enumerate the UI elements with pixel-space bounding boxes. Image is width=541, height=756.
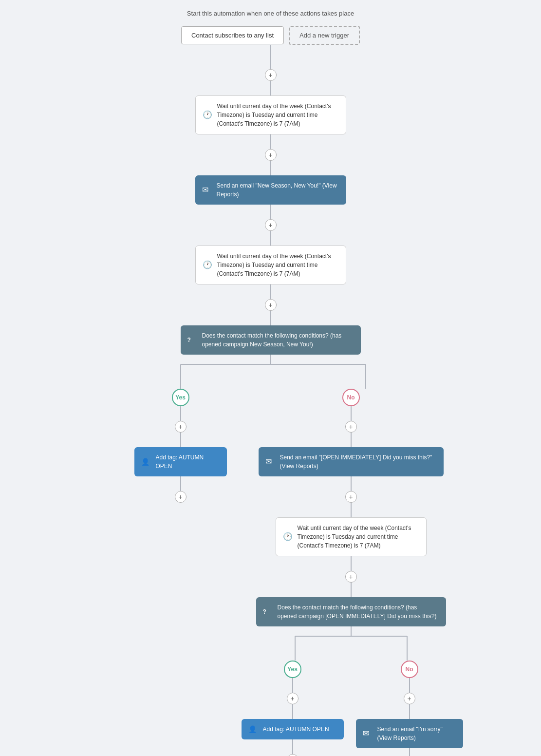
plus-btn-no-1c[interactable]: +	[345, 571, 357, 583]
connector-v-4	[270, 205, 271, 219]
email-block-2[interactable]: ✉ Send an email "[OPEN IMMEDIATELY] Did …	[259, 447, 444, 476]
yes-badge-1: Yes	[172, 389, 189, 406]
clock-icon-1: 🕐	[203, 109, 212, 121]
email-icon-2: ✉	[265, 456, 272, 468]
connector-v-7	[270, 311, 271, 325]
plus-btn-no-1b[interactable]: +	[345, 491, 357, 503]
connector-no-1f	[351, 583, 352, 597]
no-badge-2: No	[401, 661, 418, 678]
tag-block-1[interactable]: 👤 Add tag: AUTUMN OPEN	[134, 447, 227, 476]
automation-canvas: Start this automation when one of these …	[0, 0, 541, 756]
question-icon-2: ?	[263, 607, 266, 616]
add-trigger-button[interactable]: Add a new trigger	[289, 26, 360, 45]
connector-no-2c	[409, 748, 410, 756]
plus-button-1[interactable]: +	[265, 69, 277, 81]
clock-icon-3: 🕐	[283, 531, 293, 543]
wait-block-1[interactable]: 🕐 Wait until current day of the week (Co…	[195, 95, 346, 134]
sub-branch-no-2: No + ✉ Send an email "I'm sorry" (View R…	[356, 661, 463, 756]
wait-block-3[interactable]: 🕐 Wait until current day of the week (Co…	[276, 517, 427, 556]
connector-yes-1c	[180, 476, 181, 491]
plus-btn-yes-2[interactable]: +	[287, 693, 298, 704]
branch-svg-area-2	[239, 626, 463, 661]
connector-no-1	[351, 406, 352, 421]
email-block-1[interactable]: ✉ Send an email "New Season, New You!" (…	[195, 175, 346, 205]
connector-v-3	[270, 161, 271, 175]
connector-v-6	[270, 284, 271, 299]
clock-icon-2: 🕐	[203, 259, 212, 271]
sub-branch-row-1: Yes + 👤 Add tag: AUTUMN OPEN + No +	[239, 661, 463, 756]
branch-yes-1: Yes + 👤 Add tag: AUTUMN OPEN +	[100, 389, 261, 503]
branch-yes-no-row-1: Yes + 👤 Add tag: AUTUMN OPEN + No + ✉ Se…	[100, 389, 441, 756]
page-title: Start this automation when one of these …	[187, 10, 354, 17]
connector-yes-2a	[292, 678, 293, 693]
plus-btn-yes-2b[interactable]: +	[287, 754, 298, 756]
plus-button-4[interactable]: +	[265, 299, 277, 311]
plus-btn-no-1[interactable]: +	[345, 421, 357, 433]
branch-svg-area-1	[100, 355, 441, 389]
connector-yes-1	[180, 406, 181, 421]
branch-lines-svg-1	[100, 355, 441, 389]
condition-block-1[interactable]: ? Does the contact match the following c…	[181, 325, 361, 355]
tag-block-2[interactable]: 👤 Add tag: AUTUMN OPEN	[242, 719, 344, 739]
email-icon-1: ✉	[202, 184, 208, 196]
wait-block-2[interactable]: 🕐 Wait until current day of the week (Co…	[195, 246, 346, 284]
sub-branch-yes-2: Yes + 👤 Add tag: AUTUMN OPEN +	[239, 661, 346, 756]
question-icon-1: ?	[187, 336, 191, 344]
plus-btn-yes-1b[interactable]: +	[175, 491, 187, 503]
connector-no-1e	[351, 556, 352, 571]
branch-no-1: No + ✉ Send an email "[OPEN IMMEDIATELY]…	[261, 389, 441, 756]
email-block-3[interactable]: ✉ Send an email "I'm sorry" (View Report…	[356, 719, 463, 748]
connector-svg-1	[270, 45, 271, 69]
email-icon-3: ✉	[363, 728, 369, 739]
connector-yes-2c	[292, 739, 293, 754]
person-icon-1: 👤	[141, 457, 149, 467]
yes-badge-2: Yes	[284, 661, 301, 678]
condition-block-2[interactable]: ? Does the contact match the following c…	[256, 597, 446, 626]
connector-v-2	[270, 134, 271, 149]
connector-yes-2b	[292, 704, 293, 719]
connector-no-1c	[351, 476, 352, 491]
connector-v-5	[270, 231, 271, 246]
connector-v-1	[270, 81, 271, 95]
connector-no-1b	[351, 433, 352, 447]
no-badge-1: No	[342, 389, 360, 406]
plus-btn-yes-1[interactable]: +	[175, 421, 187, 433]
plus-button-3[interactable]: +	[265, 219, 277, 231]
trigger-row: Contact subscribes to any list Add a new…	[181, 26, 360, 45]
connector-no-2b	[409, 704, 410, 719]
plus-btn-no-2[interactable]: +	[404, 693, 415, 704]
branch-lines-svg-2	[239, 626, 463, 661]
connector-no-2a	[409, 678, 410, 693]
connector-yes-1b	[180, 433, 181, 447]
connector-no-1d	[351, 503, 352, 517]
person-icon-2: 👤	[248, 724, 257, 735]
contact-trigger[interactable]: Contact subscribes to any list	[181, 26, 284, 44]
plus-button-2[interactable]: +	[265, 149, 277, 161]
